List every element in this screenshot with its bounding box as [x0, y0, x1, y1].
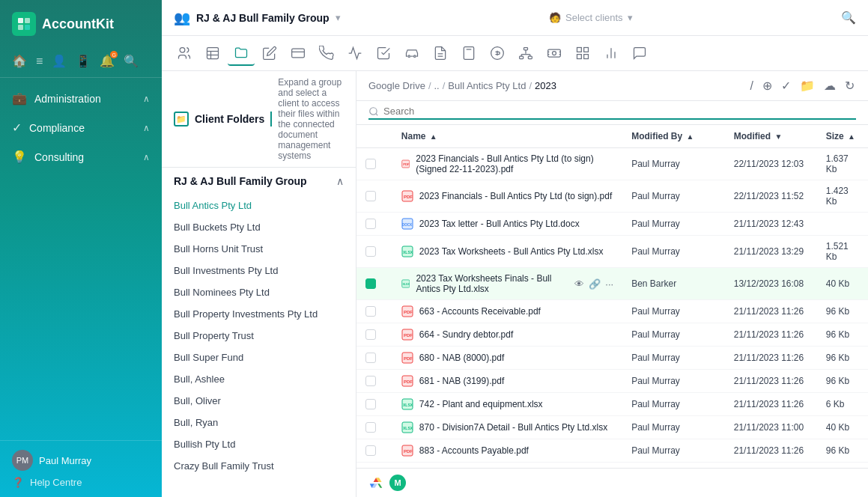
table-row[interactable]: XLSX742 - Plant and equipment.xlsxPaul M…: [356, 393, 868, 416]
home-icon[interactable]: 🏠: [12, 54, 27, 68]
file-name[interactable]: 680 - NAB (8000).pdf: [419, 353, 504, 363]
table-row[interactable]: PDF681 - NAB (3199).pdfPaul Murray21/11/…: [356, 370, 868, 393]
user-profile-row[interactable]: PM Paul Murray: [12, 450, 150, 471]
action-upload[interactable]: ☁: [822, 77, 837, 94]
m-icon[interactable]: M: [389, 475, 406, 491]
row-checkbox[interactable]: [365, 376, 376, 386]
table-row[interactable]: XLSX2023 Tax Worksheets - Bull Antics Pt…: [356, 236, 868, 268]
row-checkbox[interactable]: [365, 445, 376, 456]
table-row[interactable]: PDF884 - Sundry Creditors.pdfPaul Murray…: [356, 463, 868, 469]
tool-calculator[interactable]: [455, 41, 482, 65]
row-checkbox[interactable]: [365, 219, 376, 229]
table-row[interactable]: PDF663 - Accounts Receivable.pdfPaul Mur…: [356, 300, 868, 323]
file-name[interactable]: 2023 Tax Worksheets Finals - Bull Antics…: [416, 273, 568, 294]
action-slash[interactable]: /: [749, 78, 755, 94]
table-row[interactable]: PDF2023 Financials - Bull Antics Pty Ltd…: [356, 180, 868, 213]
table-row[interactable]: PDF680 - NAB (8000).pdfPaul Murray21/11/…: [356, 347, 868, 370]
col-modified-by-header[interactable]: Modified By ▲: [622, 125, 725, 148]
file-name[interactable]: 664 - Sundry debtor.pdf: [419, 329, 513, 340]
tool-money[interactable]: [541, 41, 568, 65]
file-search-input[interactable]: [383, 106, 856, 117]
row-checkbox[interactable]: [365, 191, 376, 201]
row-checkbox[interactable]: [365, 353, 376, 363]
client-item[interactable]: Bull, Ashlee: [162, 368, 356, 390]
row-view-icon[interactable]: 👁: [574, 278, 584, 290]
col-modified-header[interactable]: Modified ▼: [725, 125, 817, 148]
col-name-header[interactable]: Name ▲: [392, 125, 622, 148]
client-item[interactable]: Bull Buckets Pty Ltd: [162, 216, 356, 238]
row-checkbox[interactable]: [365, 278, 376, 289]
file-name[interactable]: 663 - Accounts Receivable.pdf: [419, 306, 541, 317]
help-centre-row[interactable]: ❓ Help Centre: [12, 477, 150, 488]
sidebar-item-administration[interactable]: 💼 Administration ∧: [0, 84, 162, 113]
tool-pen[interactable]: [256, 41, 283, 65]
select-clients-dropdown[interactable]: 🧑 Select clients ▾: [541, 9, 640, 26]
tool-org[interactable]: [512, 41, 539, 65]
client-item[interactable]: Bull Property Investments Pty Ltd: [162, 303, 356, 325]
file-name[interactable]: 2023 Financials - Bull Antics Pty Ltd (t…: [416, 153, 613, 174]
client-item[interactable]: Bullish Pty Ltd: [162, 433, 356, 455]
sidebar-item-consulting[interactable]: 💡 Consulting ∧: [0, 142, 162, 171]
header-search-icon[interactable]: 🔍: [841, 10, 856, 25]
breadcrumb-google-drive[interactable]: Google Drive: [368, 80, 425, 91]
tool-car[interactable]: [398, 41, 425, 65]
tool-grid[interactable]: [569, 41, 596, 65]
tool-folder[interactable]: [228, 40, 255, 66]
action-folder[interactable]: 📁: [798, 77, 816, 94]
tool-dollar[interactable]: [484, 41, 511, 65]
gdrive-icon[interactable]: [368, 475, 383, 490]
col-size-header[interactable]: Size ▲: [817, 125, 868, 148]
sidebar-item-compliance[interactable]: ✓ Compliance ∧: [0, 113, 162, 142]
file-name[interactable]: 2023 Tax letter - Bull Antics Pty Ltd.do…: [419, 219, 580, 229]
client-item[interactable]: Bull Super Fund: [162, 347, 356, 368]
row-checkbox[interactable]: [365, 399, 376, 409]
row-checkbox[interactable]: [365, 159, 376, 169]
users-icon[interactable]: 👤: [52, 54, 67, 68]
tool-people[interactable]: [171, 41, 198, 65]
action-add[interactable]: ⊕: [761, 77, 774, 94]
file-name[interactable]: 742 - Plant and equipment.xlsx: [419, 399, 543, 409]
tool-message[interactable]: [626, 41, 653, 65]
client-item[interactable]: Bull Property Trust: [162, 325, 356, 347]
collapse-icon[interactable]: ∧: [336, 175, 344, 187]
row-more-icon[interactable]: ···: [605, 278, 613, 290]
file-name[interactable]: 2023 Tax Worksheets - Bull Antics Pty Lt…: [419, 246, 604, 257]
breadcrumb-client[interactable]: Bull Antics Pty Ltd: [448, 80, 526, 91]
table-row[interactable]: PDF883 - Accounts Payable.pdfPaul Murray…: [356, 439, 868, 463]
tool-card[interactable]: [285, 41, 312, 65]
client-item[interactable]: Bull Nominees Pty Ltd: [162, 281, 356, 303]
tool-notes[interactable]: [427, 41, 454, 65]
row-checkbox[interactable]: [365, 306, 376, 317]
tool-analytics[interactable]: [598, 41, 625, 65]
file-name[interactable]: 681 - NAB (3199).pdf: [419, 376, 504, 386]
list-icon[interactable]: ≡: [36, 55, 43, 68]
client-item[interactable]: Bull Antics Pty Ltd: [162, 195, 356, 216]
breadcrumb-dots[interactable]: ..: [434, 80, 440, 91]
client-item[interactable]: Crazy Bull Family Trust: [162, 455, 356, 477]
file-name[interactable]: 870 - Division7A Detail - Bull Antics Pt…: [419, 422, 607, 433]
client-item[interactable]: Bull Investments Pty Ltd: [162, 260, 356, 281]
table-row[interactable]: DOCX2023 Tax letter - Bull Antics Pty Lt…: [356, 213, 868, 236]
action-refresh[interactable]: ↻: [843, 77, 856, 94]
client-item[interactable]: Bull Horns Unit Trust: [162, 238, 356, 260]
table-row[interactable]: XLSX2023 Tax Worksheets Finals - Bull An…: [356, 268, 868, 300]
file-name[interactable]: 883 - Accounts Payable.pdf: [419, 445, 529, 456]
client-item[interactable]: Bull, Ryan: [162, 412, 356, 433]
action-check[interactable]: ✓: [780, 77, 792, 94]
tool-list[interactable]: [199, 41, 226, 65]
search-icon[interactable]: 🔍: [124, 54, 139, 68]
tool-phone[interactable]: [313, 41, 340, 65]
group-dropdown-icon[interactable]: ▾: [336, 12, 341, 23]
row-checkbox[interactable]: [365, 329, 376, 340]
client-item[interactable]: Bull, Oliver: [162, 390, 356, 412]
table-row[interactable]: PDF2023 Financials - Bull Antics Pty Ltd…: [356, 148, 868, 180]
notifications-icon[interactable]: 🔔G: [100, 54, 115, 68]
table-row[interactable]: XLSX870 - Division7A Detail - Bull Antic…: [356, 416, 868, 439]
row-link-icon[interactable]: 🔗: [589, 278, 601, 290]
tool-tasks[interactable]: [370, 41, 397, 65]
file-name[interactable]: 2023 Financials - Bull Antics Pty Ltd (t…: [419, 191, 612, 201]
row-checkbox[interactable]: [365, 246, 376, 257]
tablet-icon[interactable]: 📱: [76, 54, 91, 68]
tool-chart[interactable]: [342, 41, 368, 65]
row-checkbox[interactable]: [365, 422, 376, 433]
